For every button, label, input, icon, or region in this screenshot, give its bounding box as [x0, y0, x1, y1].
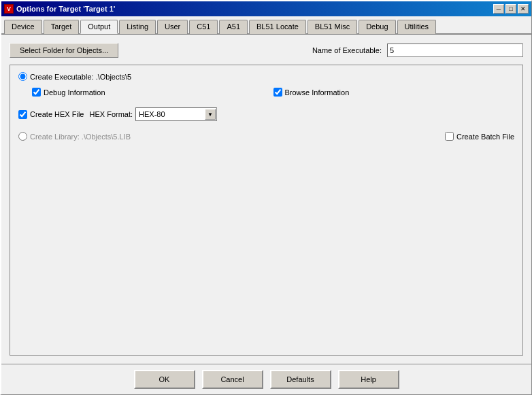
create-batch-row: Create Batch File: [445, 132, 514, 141]
info-row: Debug Information Browse Information: [32, 88, 514, 102]
create-library-radio[interactable]: [18, 132, 27, 141]
browse-info-col: Browse Information: [273, 88, 515, 102]
tab-target[interactable]: Target: [44, 20, 80, 34]
tab-a51[interactable]: A51: [219, 20, 248, 34]
select-folder-button[interactable]: Select Folder for Objects...: [10, 43, 118, 58]
options-group: Create Executable: .\Objects\5 Debug Inf…: [10, 65, 523, 356]
create-batch-label: Create Batch File: [456, 133, 514, 141]
minimize-button[interactable]: ─: [493, 4, 504, 14]
title-bar-buttons: ─ □ ✕: [493, 4, 529, 14]
browse-info-row: Browse Information: [273, 88, 515, 97]
maximize-button[interactable]: □: [505, 4, 516, 14]
tab-utilities[interactable]: Utilities: [397, 20, 436, 34]
tab-user[interactable]: User: [157, 20, 188, 34]
footer: OK Cancel Defaults Help: [1, 364, 531, 394]
app-icon: V: [4, 4, 14, 14]
top-row: Select Folder for Objects... Name of Exe…: [10, 43, 523, 58]
browse-info-label: Browse Information: [285, 88, 350, 97]
tab-bar: Device Target Output Listing User C51 A5…: [1, 16, 531, 35]
defaults-button[interactable]: Defaults: [270, 370, 331, 389]
debug-info-col: Debug Information: [32, 88, 273, 102]
tab-debug[interactable]: Debug: [359, 20, 395, 34]
create-executable-label: Create Executable: .\Objects\5: [30, 73, 131, 81]
close-button[interactable]: ✕: [518, 4, 529, 14]
title-bar: V Options for Target 'Target 1' ─ □ ✕: [1, 1, 531, 16]
tab-c51[interactable]: C51: [189, 20, 218, 34]
ok-button[interactable]: OK: [134, 370, 195, 389]
create-batch-checkbox[interactable]: [445, 132, 454, 141]
output-tab-content: Select Folder for Objects... Name of Exe…: [1, 35, 531, 364]
debug-info-label: Debug Information: [44, 88, 105, 97]
tab-listing[interactable]: Listing: [119, 20, 156, 34]
name-of-executable-input[interactable]: [387, 44, 523, 57]
hex-format-wrapper: HEX-80 HEX-386 HEX-OMF51 ▼: [135, 107, 217, 121]
create-executable-row: Create Executable: .\Objects\5: [18, 72, 514, 81]
cancel-button[interactable]: Cancel: [202, 370, 263, 389]
create-library-row: Create Library: .\Objects\5.LIB: [18, 132, 131, 141]
help-button[interactable]: Help: [338, 370, 399, 389]
hex-format-select[interactable]: HEX-80 HEX-386 HEX-OMF51: [135, 107, 217, 121]
name-of-executable-label: Name of Executable:: [312, 46, 382, 54]
create-library-label: Create Library: .\Objects\5.LIB: [30, 133, 131, 141]
bottom-section: Create Library: .\Objects\5.LIB Create B…: [18, 132, 514, 141]
debug-info-checkbox[interactable]: [32, 88, 41, 97]
tab-bl51-locate[interactable]: BL51 Locate: [249, 20, 306, 34]
tab-output[interactable]: Output: [80, 20, 118, 34]
hex-format-label: HEX Format:: [89, 110, 133, 118]
create-hex-label: Create HEX File: [30, 110, 84, 118]
tab-device[interactable]: Device: [4, 20, 42, 34]
create-hex-checkbox[interactable]: [18, 110, 27, 119]
debug-info-row: Debug Information: [32, 88, 273, 97]
browse-info-checkbox[interactable]: [273, 88, 282, 97]
window-title: Options for Target 'Target 1': [16, 5, 493, 13]
tab-bl51-misc[interactable]: BL51 Misc: [307, 20, 357, 34]
create-hex-row: Create HEX File HEX Format: HEX-80 HEX-3…: [18, 107, 514, 121]
main-window: V Options for Target 'Target 1' ─ □ ✕ De…: [0, 0, 532, 395]
create-executable-radio[interactable]: [18, 72, 27, 81]
